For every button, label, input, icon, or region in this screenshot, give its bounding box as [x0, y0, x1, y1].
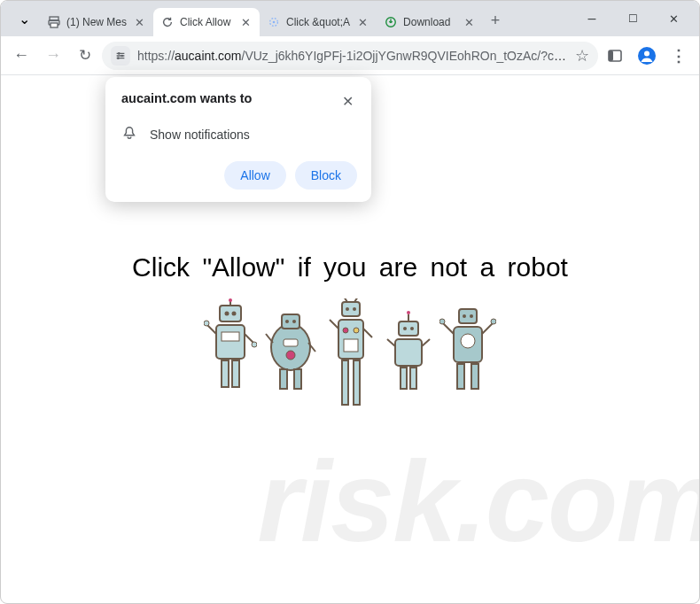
svg-line-45 [330, 320, 338, 329]
svg-rect-13 [220, 306, 241, 321]
svg-point-29 [292, 320, 296, 323]
close-icon[interactable]: ✕ [238, 15, 253, 29]
maximize-icon: ☐ [628, 12, 638, 25]
url-text: https://aucaint.com/VUz_j6kh6YIgPFj-1i2O… [137, 49, 568, 63]
bookmark-star-icon[interactable]: ☆ [575, 46, 589, 66]
close-button[interactable]: ✕ [655, 6, 692, 31]
svg-point-21 [204, 321, 209, 326]
svg-point-60 [463, 314, 466, 318]
svg-line-20 [207, 325, 216, 334]
side-panel-button[interactable] [600, 41, 630, 71]
svg-rect-47 [342, 360, 348, 405]
minimize-icon: – [588, 11, 596, 27]
svg-rect-49 [399, 321, 418, 336]
forward-button[interactable]: → [38, 41, 68, 71]
svg-rect-68 [457, 364, 464, 389]
maximize-button[interactable]: ☐ [614, 6, 651, 31]
svg-point-31 [286, 351, 295, 360]
svg-point-37 [346, 307, 349, 311]
scam-headline: Click "Allow" if you are not a robot [1, 252, 699, 283]
bell-icon [121, 125, 137, 143]
svg-point-15 [232, 312, 237, 316]
printer-icon [47, 15, 61, 29]
svg-rect-35 [294, 369, 301, 389]
svg-rect-25 [232, 360, 239, 387]
url-protocol: https:// [137, 49, 175, 63]
address-bar[interactable]: https://aucaint.com/VUz_j6kh6YIgPFj-1i2O… [102, 42, 598, 70]
download-icon [384, 15, 398, 29]
svg-line-57 [387, 339, 395, 346]
allow-button[interactable]: Allow [224, 161, 285, 190]
svg-point-43 [354, 328, 359, 333]
gear-icon [267, 15, 281, 29]
svg-line-58 [422, 339, 430, 346]
svg-rect-10 [609, 50, 613, 61]
back-arrow-icon: ← [13, 46, 29, 65]
svg-point-12 [644, 50, 649, 56]
robot-icon [324, 298, 377, 414]
url-host: aucaint.com [175, 49, 241, 63]
svg-point-23 [252, 342, 257, 347]
chevron-down-icon: ⌄ [19, 11, 30, 27]
new-tab-button[interactable]: + [483, 8, 508, 33]
tab-click-quot[interactable]: Click &quot;A ✕ [260, 8, 377, 36]
robots-illustration [1, 298, 699, 414]
svg-line-46 [363, 329, 372, 337]
close-icon: ✕ [342, 93, 354, 110]
robot-icon [204, 298, 257, 396]
svg-point-8 [117, 57, 120, 59]
reload-icon [160, 15, 175, 29]
svg-rect-2 [51, 23, 58, 27]
plus-icon: + [491, 12, 501, 30]
close-icon[interactable]: ✕ [462, 15, 476, 29]
permission-title: aucaint.com wants to [121, 91, 252, 105]
svg-point-38 [353, 307, 356, 311]
svg-rect-24 [222, 360, 229, 387]
chrome-menu-button[interactable]: ⋮ [664, 41, 694, 71]
svg-rect-69 [471, 364, 478, 389]
tab-label: (1) New Mes [66, 16, 127, 28]
svg-rect-19 [222, 332, 239, 341]
svg-point-7 [121, 54, 123, 57]
svg-point-50 [403, 327, 407, 330]
side-panel-icon [607, 48, 623, 64]
tune-icon [114, 50, 127, 62]
tab-label: Download [403, 16, 456, 28]
permission-close-button[interactable]: ✕ [338, 91, 357, 111]
svg-point-26 [271, 324, 310, 370]
svg-point-6 [118, 52, 121, 55]
close-icon[interactable]: ✕ [132, 15, 146, 29]
url-path: /VUz_j6kh6YIgPFj-1i2OjjYGnwR9QVIEohROn_t… [242, 49, 568, 63]
svg-point-53 [407, 311, 410, 314]
tab-search-button[interactable]: ⌄ [12, 6, 36, 31]
svg-point-17 [229, 298, 232, 302]
svg-rect-27 [282, 314, 299, 329]
notification-permission-prompt: aucaint.com wants to ✕ Show notification… [105, 77, 371, 202]
tab-click-allow[interactable]: Click Allow ✕ [153, 8, 260, 36]
tab-strip: ⌄ (1) New Mes ✕ Click Allow ✕ Click &quo… [1, 1, 699, 36]
robot-icon [264, 298, 317, 396]
svg-point-61 [470, 314, 473, 318]
minimize-button[interactable]: – [573, 6, 611, 31]
block-button[interactable]: Block [295, 161, 357, 190]
profile-button[interactable] [632, 41, 662, 71]
back-button[interactable]: ← [6, 41, 36, 71]
robot-icon [439, 298, 496, 396]
svg-rect-18 [216, 325, 245, 359]
permission-row-label: Show notifications [150, 128, 250, 142]
site-info-button[interactable] [111, 46, 130, 66]
svg-point-65 [439, 319, 445, 324]
svg-rect-54 [395, 339, 422, 366]
close-icon[interactable]: ✕ [355, 15, 369, 29]
close-icon: ✕ [669, 12, 679, 26]
reload-icon: ↻ [79, 46, 91, 65]
tab-download[interactable]: Download ✕ [377, 8, 483, 36]
svg-rect-48 [354, 360, 360, 405]
tab-new-message[interactable]: (1) New Mes ✕ [40, 8, 153, 36]
window-controls: – ☐ ✕ [573, 6, 692, 31]
svg-rect-36 [342, 302, 360, 316]
svg-rect-56 [410, 368, 416, 389]
svg-point-67 [491, 319, 496, 324]
reload-button[interactable]: ↻ [70, 41, 100, 71]
svg-point-42 [343, 328, 348, 333]
